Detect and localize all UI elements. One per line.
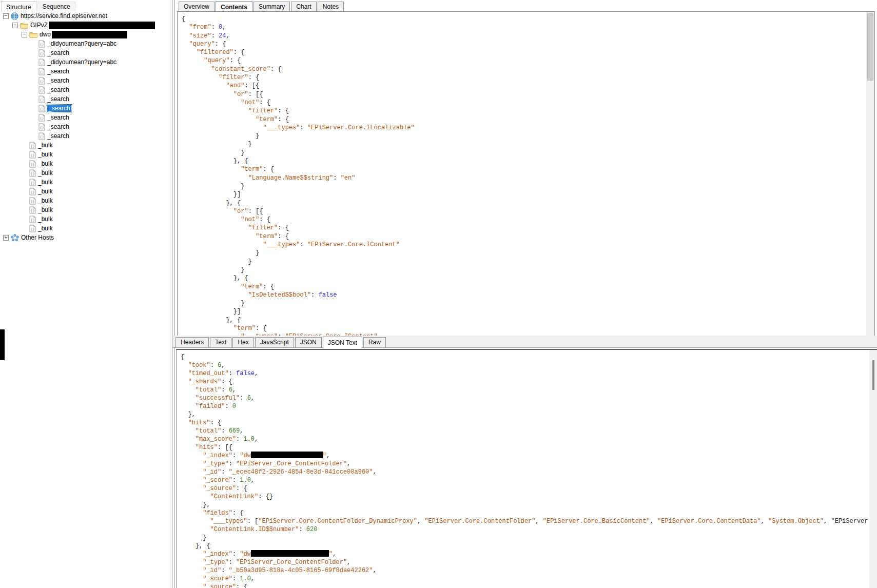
collapse-expander-icon[interactable]: − <box>12 23 18 28</box>
session-tree[interactable]: −https://service.find.episerver.net−GIPv… <box>0 11 171 588</box>
tab-summary[interactable]: Summary <box>254 2 290 12</box>
request-scrollbar-thumb[interactable] <box>867 13 873 81</box>
tree-row[interactable]: {}_bulk <box>0 205 171 214</box>
tree-item-label[interactable]: _didyoumean?query=abc <box>47 40 116 47</box>
expand-expander-icon[interactable]: + <box>3 235 9 241</box>
tree-row[interactable]: {}_search <box>0 94 171 104</box>
tree-row[interactable]: −https://service.find.episerver.net <box>0 11 171 21</box>
tree-row[interactable]: {}_bulk <box>0 141 171 150</box>
tree-item-label[interactable]: _bulk <box>38 197 53 204</box>
svg-text:{}: {} <box>31 200 35 204</box>
tree-item-label[interactable]: _search <box>47 132 69 140</box>
svg-text:{}: {} <box>40 107 44 111</box>
expander-placeholder <box>31 50 36 56</box>
tree-row[interactable]: {}_bulk <box>0 159 171 168</box>
json-line: "timed_out": false, <box>181 369 865 378</box>
tree-row[interactable]: {}_search <box>0 122 171 131</box>
tree-item-label[interactable]: _search <box>47 123 69 130</box>
json-line: }, { <box>181 542 865 550</box>
tab-raw[interactable]: Raw <box>363 337 386 347</box>
expander-placeholder <box>31 87 36 93</box>
tab-chart[interactable]: Chart <box>291 2 316 12</box>
json-line: "term": { <box>182 115 862 124</box>
tree-row[interactable]: {}_search <box>0 104 171 113</box>
json-line: "filtered": { <box>182 48 862 56</box>
response-scrollbar[interactable] <box>869 350 877 588</box>
tree-item-label[interactable]: _bulk <box>38 179 53 186</box>
json-line: "max_score": 1.0, <box>181 435 865 443</box>
collapse-expander-icon[interactable]: − <box>3 13 9 19</box>
tree-row[interactable]: {}_bulk <box>0 178 171 187</box>
tree-item-label[interactable]: dwo <box>40 31 51 38</box>
tree-item-label[interactable]: _search <box>47 77 69 84</box>
redacted-label <box>52 31 127 38</box>
expander-placeholder <box>22 180 27 185</box>
collapse-expander-icon[interactable]: − <box>22 32 27 37</box>
tree-row[interactable]: {}_bulk <box>0 168 171 178</box>
json-doc-icon: {} <box>38 132 45 140</box>
tree-row[interactable]: +Other Hosts <box>0 233 171 242</box>
json-line: "term": { <box>182 232 862 241</box>
panel-splitter[interactable] <box>172 0 174 588</box>
tree-item-label[interactable]: _search <box>47 86 69 93</box>
tree-row[interactable]: −dwo <box>0 30 171 39</box>
tree-item-label[interactable]: _bulk <box>38 188 53 195</box>
tree-row[interactable]: {}_bulk <box>0 196 171 205</box>
tree-row[interactable]: {}_bulk <box>0 150 171 159</box>
tree-item-label[interactable]: _bulk <box>38 225 53 232</box>
tree-row[interactable]: {}_bulk <box>0 224 171 233</box>
tree-row[interactable]: −GIPvZ <box>0 21 171 30</box>
tree-item-label[interactable]: _search <box>47 95 69 103</box>
tree-item-label[interactable]: _bulk <box>38 151 53 158</box>
tree-item-label[interactable]: _bulk <box>38 142 53 149</box>
svg-text:{}: {} <box>31 218 35 222</box>
tree-row[interactable]: {}_search <box>0 67 171 76</box>
http-debugger-window: { "colors": { "json_string": "#b35914", … <box>0 0 877 588</box>
tree-item-label[interactable]: https://service.find.episerver.net <box>21 12 107 19</box>
tree-item-label[interactable]: _search <box>47 105 71 112</box>
tree-row[interactable]: {}_bulk <box>0 187 171 196</box>
json-doc-icon: {} <box>29 197 36 205</box>
tree-row[interactable]: {}_search <box>0 76 171 85</box>
tree-item-label[interactable]: _bulk <box>38 215 53 223</box>
response-scrollbar-thumb[interactable] <box>872 360 874 390</box>
json-line: "_id": "_ecec48f2-2926-4854-8e3d-041cce0… <box>181 468 865 476</box>
tree-row[interactable]: {}_search <box>0 113 171 122</box>
tree-item-label[interactable]: Other Hosts <box>21 234 54 241</box>
response-json-panel[interactable]: { "took": 6, "timed_out": false, "_shard… <box>176 349 877 588</box>
tree-item-label[interactable]: _bulk <box>38 169 53 177</box>
tree-item-label[interactable]: _didyoumean?query=abc <box>47 58 116 66</box>
json-line: "___types": ["EPiServer.Core.ContentFold… <box>181 517 865 525</box>
tree-row[interactable]: {}_search <box>0 131 171 141</box>
tab-json-text[interactable]: JSON Text <box>323 337 362 348</box>
tab-contents[interactable]: Contents <box>216 1 252 12</box>
svg-text:{}: {} <box>40 135 44 139</box>
json-line: } <box>181 534 865 542</box>
tree-item-label[interactable]: _search <box>47 49 69 56</box>
tab-javascript[interactable]: JavaScript <box>255 337 294 347</box>
redacted-label <box>49 22 155 29</box>
tree-item-label[interactable]: _bulk <box>38 160 53 167</box>
tab-json[interactable]: JSON <box>295 337 322 347</box>
tree-row[interactable]: {}_bulk <box>0 214 171 224</box>
tree-item-label[interactable]: _bulk <box>38 206 53 213</box>
tree-row[interactable]: {}_search <box>0 85 171 94</box>
tree-item-label[interactable]: _search <box>47 114 69 121</box>
tab-hex[interactable]: Hex <box>232 337 254 347</box>
tree-row[interactable]: {}_didyoumean?query=abc <box>0 39 171 48</box>
tab-notes[interactable]: Notes <box>318 2 344 12</box>
json-line: }, <box>181 501 865 509</box>
tab-overview[interactable]: Overview <box>179 2 215 12</box>
json-line: "_id": "_b50a3d95-818a-4c05-8165-69f8dae… <box>181 566 865 575</box>
tree-row[interactable]: {}_search <box>0 48 171 57</box>
svg-text:{}: {} <box>31 190 35 194</box>
tree-row[interactable]: {}_didyoumean?query=abc <box>0 57 171 67</box>
tab-headers[interactable]: Headers <box>176 337 209 347</box>
tree-item-label[interactable]: _search <box>47 68 69 75</box>
request-json-panel[interactable]: { "from": 0, "size": 24, "query": { "fil… <box>177 11 875 337</box>
tree-item-label[interactable]: GIPvZ <box>30 22 48 29</box>
tab-text[interactable]: Text <box>210 337 231 347</box>
request-scrollbar[interactable] <box>866 12 874 336</box>
json-line: "_type": "EPiServer_Core_ContentFolder", <box>181 460 865 468</box>
tab-sequence[interactable]: Sequence <box>37 2 75 12</box>
